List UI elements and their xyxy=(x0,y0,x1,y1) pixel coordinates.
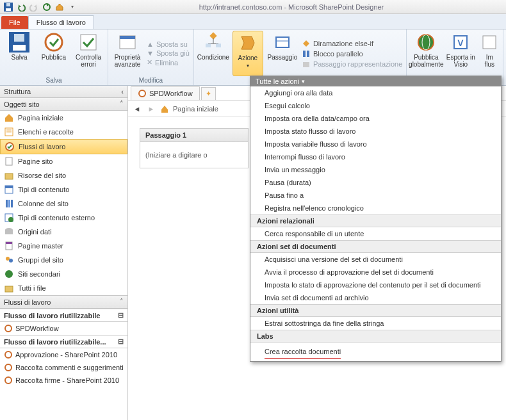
wf-reusable-header-2[interactable]: Flusso di lavoro riutilizzabile...⊟ xyxy=(0,335,127,348)
forward-button[interactable]: ► xyxy=(146,104,156,114)
nav-pages[interactable]: Pagine sito xyxy=(0,154,127,168)
dd-item-create-doclib[interactable]: Crea raccolta documenti xyxy=(265,345,341,359)
step-button[interactable]: Passaggio xyxy=(267,31,298,76)
workflows-panel-header[interactable]: Flussi di lavoro˄ xyxy=(0,295,127,309)
wf-reusable-header[interactable]: Flusso di lavoro riutilizzabile⊟ xyxy=(0,309,127,322)
export-visio-button[interactable]: VEsporta in Visio xyxy=(445,31,476,76)
step-box[interactable]: Passaggio 1 (Iniziare a digitare o xyxy=(140,128,249,168)
nav-groups[interactable]: Gruppi del sito xyxy=(0,253,127,267)
advanced-properties-button[interactable]: Proprietà avanzate xyxy=(112,31,143,76)
step-header[interactable]: Passaggio 1 xyxy=(140,129,248,142)
save-button[interactable]: Salva xyxy=(4,31,35,76)
svg-rect-32 xyxy=(5,174,13,179)
collapse-icon[interactable]: ⊟ xyxy=(118,311,124,319)
wf-signatures[interactable]: Raccolta firme - SharePoint 2010 xyxy=(0,374,127,387)
plus-icon: ✦ xyxy=(206,90,211,98)
svg-rect-20 xyxy=(303,62,309,67)
dd-item[interactable]: Estrai sottostringa da fine della string… xyxy=(250,317,501,330)
dd-item[interactable]: Invia un messaggio xyxy=(250,163,501,176)
dd-item[interactable]: Acquisisci una versione del set di docum… xyxy=(250,253,501,266)
pubglobal-label: Pubblica globalmente xyxy=(409,54,443,68)
chevron-up-icon[interactable]: ˄ xyxy=(120,100,124,108)
structure-header[interactable]: Struttura‹ xyxy=(0,86,127,98)
dd-item[interactable]: Pausa fino a xyxy=(250,189,501,202)
parallel-button[interactable]: Blocco parallelo xyxy=(302,49,402,58)
nav-lists[interactable]: Elenchi e raccolte xyxy=(0,125,127,139)
branch-button[interactable]: Diramazione else-if xyxy=(302,39,402,48)
group-edit-label: Modifica xyxy=(112,76,190,85)
tab-file[interactable]: File xyxy=(1,16,28,29)
svg-rect-34 xyxy=(5,186,13,188)
dd-item[interactable]: Invia set di documenti ad archivio xyxy=(250,291,501,304)
wf-comments[interactable]: Raccolta commenti e suggerimenti xyxy=(0,361,127,374)
nav-columns[interactable]: Colonne del sito xyxy=(0,197,127,211)
delete-button: ✕Elimina xyxy=(147,58,190,67)
dd-item[interactable]: Avvia il processo di approvazione del se… xyxy=(250,266,501,279)
dd-item[interactable]: Aggiungi ora alla data xyxy=(250,86,501,99)
svg-point-44 xyxy=(6,257,10,261)
dd-item[interactable]: Imposta variabile flusso di lavoro xyxy=(250,138,501,150)
svg-rect-35 xyxy=(6,200,8,207)
import-workflow-button[interactable]: Imflus xyxy=(480,31,499,76)
dd-item[interactable]: Imposta ora della data/campo ora xyxy=(250,112,501,125)
action-label: Azione▾ xyxy=(238,54,258,69)
publish-label: Pubblica xyxy=(42,54,66,61)
dd-item[interactable]: Registra nell'elenco cronologico xyxy=(250,202,501,214)
back-button[interactable]: ◄ xyxy=(132,104,142,114)
step-hint[interactable]: (Iniziare a digitare o xyxy=(140,142,248,168)
svg-rect-16 xyxy=(276,37,289,47)
dd-item[interactable]: Interrompi flusso di lavoro xyxy=(250,150,501,163)
save-label: Salva xyxy=(11,54,27,61)
wf-approval[interactable]: Approvazione - SharePoint 2010 xyxy=(0,348,127,361)
tab-workflow[interactable]: Flusso di lavoro xyxy=(28,15,94,29)
home-icon xyxy=(160,104,169,113)
action-button[interactable]: Azione▾ xyxy=(233,31,263,76)
wf-spdworkflow[interactable]: SPDWorkflow xyxy=(0,322,127,335)
publish-button[interactable]: Pubblica xyxy=(38,31,69,76)
condition-button[interactable]: Condizione xyxy=(198,31,229,76)
refresh-icon[interactable] xyxy=(41,1,53,13)
nav-subsites[interactable]: Siti secondari xyxy=(0,267,127,281)
arrow-down-icon: ▼ xyxy=(147,49,154,57)
check-errors-button[interactable]: Controlla errori xyxy=(73,31,104,76)
action-dropdown: Tutte le azioni▾ Aggiungi ora alla data … xyxy=(250,76,502,362)
dd-item[interactable]: Imposta lo stato di approvazione del con… xyxy=(250,279,501,291)
svg-point-49 xyxy=(5,351,12,358)
svg-rect-36 xyxy=(8,200,10,207)
svg-point-51 xyxy=(5,377,12,384)
dropdown-title[interactable]: Tutte le azioni▾ xyxy=(250,76,501,86)
nav-master[interactable]: Pagine master xyxy=(0,239,127,253)
dd-item[interactable]: Cerca responsabile di un utente xyxy=(250,227,501,240)
nav-datasources[interactable]: Origini dati xyxy=(0,225,127,239)
breadcrumb-text[interactable]: Pagina iniziale xyxy=(173,105,218,113)
chevron-left-icon[interactable]: ‹ xyxy=(121,88,124,95)
svg-rect-15 xyxy=(216,44,221,47)
redo-icon[interactable] xyxy=(28,1,40,13)
nav-home[interactable]: Pagina iniziale xyxy=(0,111,127,125)
site-objects-header[interactable]: Oggetti sito˄ xyxy=(0,98,127,111)
publish-global-button[interactable]: Pubblica globalmente xyxy=(411,31,441,76)
undo-icon[interactable] xyxy=(15,1,27,13)
dd-item[interactable]: Esegui calcolo xyxy=(250,99,501,112)
svg-rect-5 xyxy=(13,45,26,51)
qat-drop-icon[interactable]: ▾ xyxy=(67,1,78,13)
svg-point-48 xyxy=(5,325,12,332)
svg-rect-14 xyxy=(206,44,211,47)
collapse-icon[interactable]: ⊟ xyxy=(118,337,124,346)
chevron-up-icon[interactable]: ˄ xyxy=(120,298,124,306)
svg-rect-10 xyxy=(120,36,135,39)
save-icon[interactable] xyxy=(3,1,14,13)
nav-contenttypes[interactable]: Tipi di contenuto xyxy=(0,182,127,197)
doc-tab-spdworkflow[interactable]: SPDWorkflow xyxy=(131,86,200,100)
nav-external[interactable]: Tipi di contenuto esterno xyxy=(0,211,127,225)
dd-item[interactable]: Imposta stato flusso di lavoro xyxy=(250,125,501,138)
home-icon[interactable] xyxy=(54,1,65,13)
nav-resources[interactable]: Risorse del sito xyxy=(0,168,127,182)
nav-allfiles[interactable]: Tutti i file xyxy=(0,281,127,295)
dd-section-relational: Azioni relazionali xyxy=(250,214,501,227)
dd-item[interactable]: Pausa (durata) xyxy=(250,176,501,189)
new-tab-button[interactable]: ✦ xyxy=(201,87,216,100)
svg-rect-41 xyxy=(5,230,13,234)
impersonate-button: Passaggio rappresentazione xyxy=(302,60,402,69)
nav-workflows[interactable]: Flussi di lavoro xyxy=(0,139,127,154)
